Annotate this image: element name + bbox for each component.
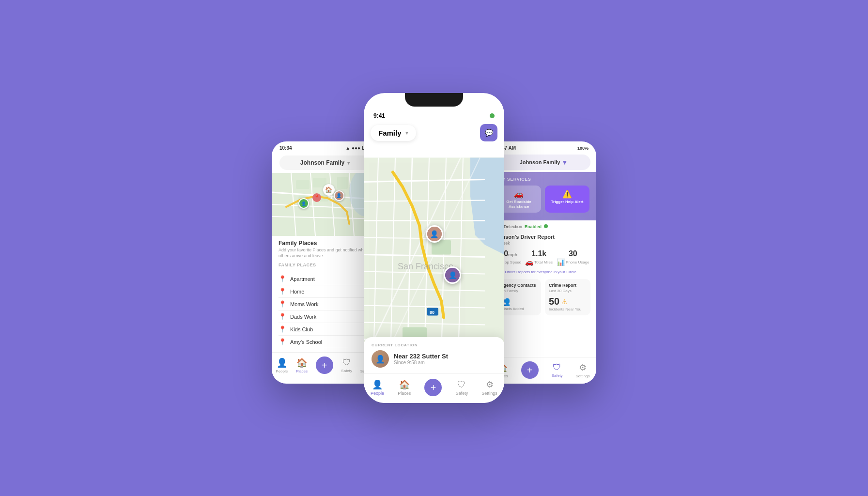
right-crime-report-card[interactable]: Crime Report Last 30 Days 50 ⚠ Incidents… (545, 279, 590, 315)
help-alert-label: Trigger Help Alert (549, 200, 586, 204)
place-item-home[interactable]: 📍 Home (279, 285, 372, 298)
right-help-alert-btn[interactable]: ⚠️ Trigger Help Alert (545, 186, 589, 213)
stat-miles-meta: 🚗 Total Miles (525, 258, 553, 266)
center-map-pin-2: 👤 (444, 266, 461, 284)
phone-right: 9:47 AM 100% Johnson Family ▾ ETY SERVIC… (490, 141, 596, 384)
crime-count-value: 50 (549, 296, 559, 307)
center-notch (405, 93, 463, 107)
left-tab-safety-label: Safety (341, 369, 352, 373)
left-map-location-marker: 📍 (312, 193, 321, 202)
left-map-pin-green: 👤 (298, 198, 309, 209)
place-item-kids-club[interactable]: 📍 Kids Club (279, 323, 372, 336)
center-status-right (490, 113, 495, 118)
left-section-label: FAMILY PLACES + (279, 263, 372, 270)
place-item-moms-work[interactable]: 📍 Moms Work (279, 298, 372, 310)
stat-phone-value: 30 (557, 249, 589, 258)
scene: 10:34 ▲ ●●● LTE Johnson Family ▾ (216, 54, 652, 442)
right-phone-body: ash Detection: Enabled ohnson's Driver R… (490, 220, 596, 357)
phone-left: 10:34 ▲ ●●● LTE Johnson Family ▾ (272, 141, 378, 384)
roadside-label: Get Roadside Assistance (500, 200, 537, 209)
left-mini-map: 👤 🏠 👤 📍 (272, 173, 378, 236)
miles-icon: 🚗 (525, 258, 533, 266)
left-tab-people-label: People (276, 369, 288, 373)
right-view-reports-link[interactable]: View Driver Reports for everyone in your… (496, 270, 590, 274)
driver-report-subtitle: s Week (496, 241, 590, 246)
right-tab-bar: 🏠 Places + 🛡 Safety ⚙ Settings (490, 357, 596, 384)
left-dropdown-arrow: ▾ (347, 160, 350, 166)
right-driver-report: ohnson's Driver Report s Week 90mph 🚗 op… (496, 234, 590, 279)
left-tab-places[interactable]: 🏠 Places (296, 357, 308, 373)
place-item-dads-work[interactable]: 📍 Dads Work (279, 310, 372, 323)
left-tab-people[interactable]: 👤 People (276, 357, 288, 373)
left-places-desc: Add your favorite Places and get notifie… (279, 248, 372, 259)
center-tab-places[interactable]: 🏠 Places (398, 379, 411, 396)
right-safety-header: ETY SERVICES 🚗 Get Roadside Assistance ⚠… (490, 172, 596, 220)
stat-miles-label: Total Miles (534, 260, 553, 264)
left-map-home-pin: 🏠 (323, 184, 335, 196)
location-card-label: CURRENT LOCATION (372, 343, 496, 347)
crime-warning-icon: ⚠ (561, 298, 568, 306)
place-item-apartment[interactable]: 📍 Apartment (279, 273, 372, 285)
center-tab-safety[interactable]: 🛡 Safety (456, 380, 468, 396)
stat-phone-label: Phone Usage (566, 260, 589, 264)
left-family-name: Johnson Family (300, 159, 344, 166)
svg-text:80: 80 (430, 310, 434, 315)
center-tab-bar: 👤 People 🏠 Places + 🛡 Safety ⚙ Settings (364, 373, 504, 403)
right-tab-settings-icon: ⚙ (579, 362, 587, 373)
crime-report-title: Crime Report (549, 283, 587, 288)
center-tab-people[interactable]: 👤 People (371, 379, 384, 396)
center-location-card: CURRENT LOCATION 👤 Near 232 Sutter St Si… (364, 337, 504, 373)
emergency-contacts-title: ergency Contacts (499, 283, 537, 288)
stat-phone: 30 📊 Phone Usage (557, 249, 589, 266)
center-map-pin-1: 👤 (426, 225, 443, 243)
right-family-name: Johnson Family (520, 159, 560, 165)
place-icon-kids-club: 📍 (279, 326, 286, 333)
right-bottom-cards: ergency Contacts son Family 👥 ontacts Ad… (496, 279, 590, 315)
center-dropdown-arrow: ▾ (405, 130, 408, 136)
right-tab-add-btn[interactable]: + (521, 361, 539, 379)
right-tab-safety[interactable]: 🛡 Safety (552, 362, 563, 378)
left-family-dropdown[interactable]: Johnson Family ▾ (279, 155, 371, 170)
left-tab-safety-icon: 🛡 (342, 357, 351, 368)
location-info: 👤 Near 232 Sutter St Since 9:58 am (372, 350, 496, 368)
place-name-apartment: Apartment (290, 276, 315, 282)
left-tab-safety[interactable]: 🛡 Safety (341, 357, 352, 373)
left-tab-bar: 👤 People 🏠 Places + 🛡 Safety ⚙ Settings (272, 352, 378, 379)
right-tab-safety-label: Safety (552, 373, 563, 378)
place-name-amys-school: Amy's School (290, 339, 322, 345)
center-family-label: Family (378, 129, 402, 137)
avatar-circle-1: 👤 (427, 227, 442, 241)
stat-miles-value: 1.1k (525, 249, 553, 258)
location-details: Near 232 Sutter St Since 9:58 am (394, 353, 496, 365)
center-chat-button[interactable]: 💬 (480, 124, 497, 141)
right-family-dropdown[interactable]: Johnson Family ▾ (496, 155, 590, 170)
center-tab-places-icon: 🏠 (399, 379, 410, 390)
crash-status-dot (544, 224, 548, 228)
left-tab-add-btn[interactable]: + (316, 356, 333, 374)
center-battery-indicator (490, 113, 495, 118)
place-name-kids-club: Kids Club (290, 326, 313, 332)
roadside-icon: 🚗 (500, 189, 537, 199)
right-crash-detection: ash Detection: Enabled (496, 224, 590, 229)
center-map: San Francisco 80 👤 👤 CURRENT LOCATION 👤 (364, 145, 504, 373)
right-dropdown-arrow: ▾ (563, 158, 566, 166)
left-tab-people-icon: 👤 (277, 357, 287, 368)
place-item-amys-school[interactable]: 📍 Amy's School (279, 336, 372, 348)
chat-icon: 💬 (485, 129, 493, 137)
emergency-contacts-sub: son Family (499, 289, 537, 293)
right-tab-settings[interactable]: ⚙ Settings (576, 362, 590, 378)
right-safety-services-label: ETY SERVICES (496, 177, 589, 182)
crime-report-sub: Last 30 Days (549, 289, 587, 293)
place-name-home: Home (290, 289, 304, 294)
svg-rect-9 (296, 180, 310, 189)
phone-center: 9:41 Family ▾ 💬 (364, 93, 504, 403)
avatar-icon: 👤 (375, 355, 385, 364)
center-tab-safety-icon: 🛡 (457, 380, 466, 390)
center-tab-people-icon: 👤 (372, 379, 383, 390)
help-alert-icon: ⚠️ (549, 189, 586, 199)
driver-report-title: ohnson's Driver Report (496, 234, 590, 240)
phone-usage-icon: 📊 (557, 258, 565, 266)
center-family-dropdown[interactable]: Family ▾ (371, 125, 416, 141)
center-tab-settings[interactable]: ⚙ Settings (481, 379, 497, 396)
center-tab-add-btn[interactable]: + (424, 379, 442, 396)
